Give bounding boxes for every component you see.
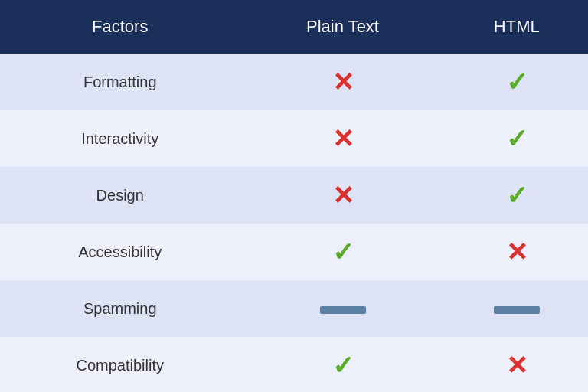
table-row: Interactivity✕✓ <box>0 110 588 167</box>
cell-factor: Design <box>0 167 240 224</box>
cross-icon: ✕ <box>506 351 528 380</box>
table-header-row: Factors Plain Text HTML <box>0 0 588 54</box>
cell-plain-text: ✕ <box>240 110 445 167</box>
cell-plain-text <box>240 280 445 337</box>
table-row: Compatibility✓✕ <box>0 337 588 392</box>
cross-icon: ✕ <box>332 67 354 96</box>
cell-html: ✕ <box>446 224 588 280</box>
table-row: Formatting✕✓ <box>0 54 588 110</box>
cell-factor: Formatting <box>0 54 240 110</box>
header-factors: Factors <box>0 0 240 54</box>
cell-plain-text: ✓ <box>240 337 445 392</box>
cross-icon: ✕ <box>506 237 528 266</box>
comparison-table-container: Factors Plain Text HTML Formatting✕✓Inte… <box>0 0 588 392</box>
cross-icon: ✕ <box>332 124 354 153</box>
cell-plain-text: ✓ <box>240 224 445 280</box>
table-row: Design✕✓ <box>0 167 588 224</box>
header-plain-text: Plain Text <box>240 0 445 54</box>
cell-factor: Compatibility <box>0 337 240 392</box>
dash-icon <box>320 306 366 314</box>
cell-factor: Interactivity <box>0 110 240 167</box>
dash-icon <box>494 306 540 314</box>
cell-html: ✓ <box>446 167 588 224</box>
check-icon: ✓ <box>506 181 528 210</box>
check-icon: ✓ <box>332 237 354 266</box>
cell-plain-text: ✕ <box>240 167 445 224</box>
cell-html <box>446 280 588 337</box>
cell-html: ✕ <box>446 337 588 392</box>
comparison-table: Factors Plain Text HTML Formatting✕✓Inte… <box>0 0 588 392</box>
cell-factor: Accessibility <box>0 224 240 280</box>
cell-plain-text: ✕ <box>240 54 445 110</box>
cell-factor: Spamming <box>0 280 240 337</box>
cell-html: ✓ <box>446 54 588 110</box>
table-row: Accessibility✓✕ <box>0 224 588 280</box>
header-html: HTML <box>446 0 588 54</box>
cell-html: ✓ <box>446 110 588 167</box>
check-icon: ✓ <box>506 124 528 153</box>
check-icon: ✓ <box>506 67 528 96</box>
check-icon: ✓ <box>332 351 354 380</box>
cross-icon: ✕ <box>332 181 354 210</box>
table-row: Spamming <box>0 280 588 337</box>
